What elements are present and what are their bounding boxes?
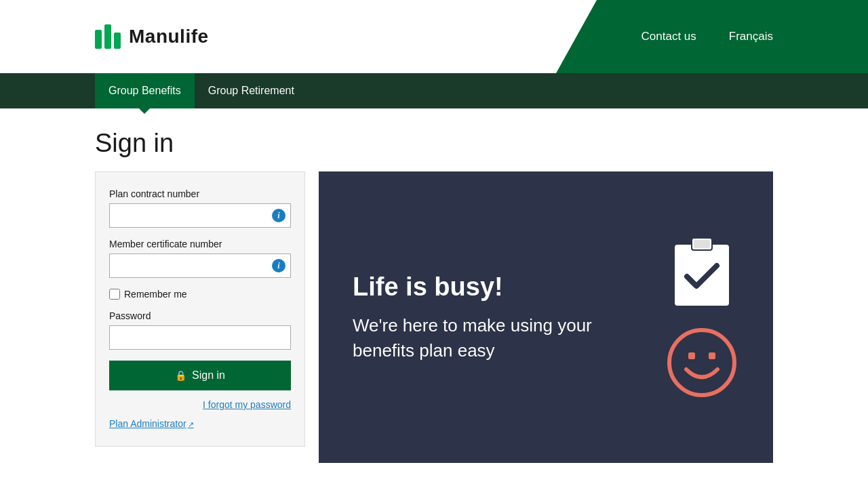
plan-admin-link[interactable]: Plan Administrator↗︎: [109, 418, 194, 429]
tab-group-retirement[interactable]: Group Retirement: [195, 73, 308, 108]
password-group: Password: [109, 310, 291, 350]
tab-group-benefits[interactable]: Group Benefits: [95, 73, 195, 108]
logo-text: Manulife: [129, 26, 209, 47]
remember-me-checkbox[interactable]: [109, 289, 120, 300]
logo-bars: [95, 24, 121, 49]
logo-bar-1: [95, 30, 102, 49]
promo-banner: Life is busy! We're here to make using y…: [319, 171, 773, 463]
lock-icon: 🔒: [175, 370, 186, 381]
plan-contract-input[interactable]: [109, 203, 291, 228]
plan-contract-input-wrapper: i: [109, 203, 291, 228]
page-title: Sign in: [95, 129, 773, 158]
signin-button[interactable]: 🔒 Sign in: [109, 361, 291, 390]
promo-subtitle: We're here to make using your benefits p…: [353, 313, 651, 363]
promo-title: Life is busy!: [353, 272, 651, 303]
remember-me-label[interactable]: Remember me: [124, 289, 187, 300]
external-link-icon: ↗︎: [188, 420, 194, 428]
plan-contract-group: Plan contract number i: [109, 188, 291, 228]
member-cert-input-wrapper: i: [109, 253, 291, 278]
logo-bar-2: [104, 24, 111, 49]
logo: Manulife: [95, 24, 209, 49]
member-cert-info-icon[interactable]: i: [272, 259, 285, 272]
svg-point-3: [669, 330, 734, 395]
remember-me-group: Remember me: [109, 289, 291, 300]
svg-rect-2: [694, 240, 710, 248]
svg-rect-5: [709, 352, 715, 359]
nav-bar: Group Benefits Group Retirement: [0, 73, 868, 108]
promo-text: Life is busy! We're here to make using y…: [353, 272, 651, 363]
main-content: Sign in Plan contract number i Member ce…: [0, 108, 868, 483]
member-cert-group: Member certificate number i: [109, 239, 291, 278]
svg-rect-0: [675, 245, 729, 306]
content-area: Plan contract number i Member certificat…: [95, 171, 773, 463]
plan-admin-link-wrapper: Plan Administrator↗︎: [109, 418, 291, 430]
forgot-password-link-wrapper: I forgot my password: [109, 399, 291, 411]
smiley-illustration: [665, 325, 739, 400]
header-nav: Contact us Français: [642, 30, 773, 43]
password-label: Password: [109, 310, 291, 321]
plan-contract-label: Plan contract number: [109, 188, 291, 199]
plan-contract-info-icon[interactable]: i: [272, 209, 285, 222]
clipboard-illustration: [668, 235, 736, 309]
language-link[interactable]: Français: [729, 30, 773, 43]
header: Manulife Contact us Français: [0, 0, 868, 73]
password-input[interactable]: [109, 325, 291, 350]
signin-form: Plan contract number i Member certificat…: [95, 171, 305, 447]
forgot-password-link[interactable]: I forgot my password: [203, 399, 291, 410]
member-cert-label: Member certificate number: [109, 239, 291, 249]
member-cert-input[interactable]: [109, 253, 291, 278]
promo-icons: [651, 235, 739, 400]
svg-rect-4: [688, 352, 695, 359]
contact-us-link[interactable]: Contact us: [642, 30, 696, 43]
logo-bar-3: [114, 33, 121, 49]
